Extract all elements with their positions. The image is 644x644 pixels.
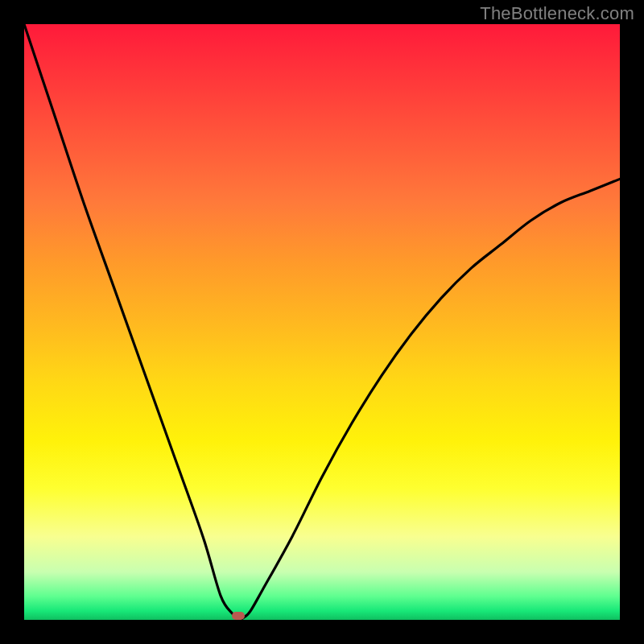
bottleneck-curve [24, 24, 620, 620]
curve-layer [24, 24, 620, 620]
chart-frame: TheBottleneck.com [0, 0, 644, 644]
watermark-text: TheBottleneck.com [480, 3, 634, 24]
plot-area [24, 24, 620, 620]
minimum-marker [232, 612, 245, 620]
